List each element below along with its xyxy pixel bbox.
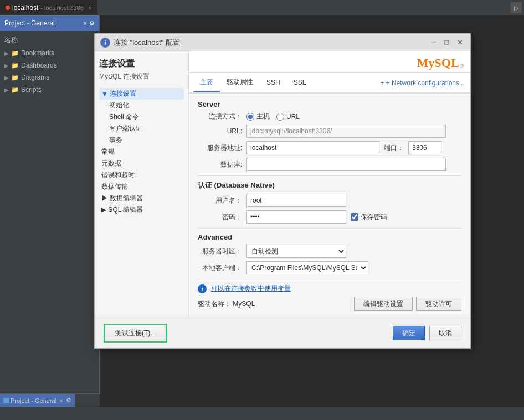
divider-1 <box>198 175 461 176</box>
project-tab-close[interactable]: × <box>59 397 63 404</box>
tab-localhost[interactable]: localhost - localhost:3306 × <box>0 0 97 15</box>
project-general-label: Project - General <box>4 19 55 27</box>
password-label: 密码： <box>198 212 242 222</box>
mysql-logo-sub: ® <box>460 63 464 69</box>
driver-buttons: 编辑驱动设置 驱动许可 <box>354 297 461 311</box>
nav-transaction[interactable]: 事务 <box>99 134 184 146</box>
timezone-row: 服务器时区： 自动检测 <box>198 245 461 258</box>
nav-metadata[interactable]: 元数据 <box>99 158 184 169</box>
nav-data-transfer[interactable]: 数据传输 <box>99 181 184 193</box>
radio-host-input[interactable] <box>246 113 254 121</box>
dashboards-label: Dashboards <box>21 61 57 69</box>
port-input[interactable] <box>408 141 441 154</box>
tab-ssl[interactable]: SSL <box>287 74 313 92</box>
chevron-right-icon-nav1: ▶ <box>101 194 110 202</box>
radio-url-input[interactable] <box>276 113 284 121</box>
database-input[interactable] <box>246 158 446 171</box>
server-addr-input[interactable] <box>246 141 379 154</box>
tool-btn-1[interactable]: ▷ <box>511 2 522 13</box>
tab-subtitle: - localhost:3306 <box>40 4 84 11</box>
footer-buttons: 确定 取消 <box>393 326 461 340</box>
nav-general[interactable]: 常规 <box>99 146 184 158</box>
nav-shell[interactable]: Shell 命令 <box>99 111 184 123</box>
driver-license-button[interactable]: 驱动许可 <box>416 297 461 311</box>
port-label: 端口： <box>384 143 404 153</box>
folder-icon-dashboards: 📁 <box>11 62 19 69</box>
scripts-label: Scripts <box>21 86 42 94</box>
folder-icon-bookmarks: 📁 <box>11 50 19 57</box>
dialog-left-panel: 连接设置 MySQL 连接设置 ▼ 连接设置 初始化 Shell 命令 客户端认… <box>95 51 189 318</box>
divider-2 <box>198 228 461 229</box>
minimize-button[interactable]: ─ <box>428 38 438 48</box>
url-row: URL: <box>198 125 461 138</box>
save-password-checkbox[interactable] <box>351 213 358 221</box>
nav-errors[interactable]: 错误和超时 <box>99 169 184 181</box>
section-subtitle: MySQL 连接设置 <box>99 72 184 81</box>
network-config-button[interactable]: + + Network configurations... <box>375 76 470 90</box>
tab-driver[interactable]: 驱动属性 <box>220 73 260 92</box>
tabs-container: MySQL ® 主要 驱动属性 SSH SSL + + Network conf… <box>189 51 470 93</box>
plus-icon: + <box>381 79 384 87</box>
tab-close-icon[interactable]: × <box>88 5 91 11</box>
project-tab-settings[interactable]: ⚙ <box>66 397 71 404</box>
sidebar-item-dashboards[interactable]: ▶ 📁 Dashboards <box>0 59 99 71</box>
tab-main[interactable]: 主要 <box>193 73 220 92</box>
url-label: URL: <box>198 127 242 135</box>
tab-label: localhost <box>12 4 38 12</box>
connection-mode-row: 连接方式： 主机 URL <box>198 112 461 121</box>
chevron-right-icon-nav2: ▶ <box>101 206 108 214</box>
sidebar-item-diagrams[interactable]: ▶ 📁 Diagrams <box>0 71 99 84</box>
driver-row: 驱动名称： MySQL 编辑驱动设置 驱动许可 <box>198 297 461 311</box>
info-icon: i <box>198 284 207 293</box>
project-tab-label: Project - General <box>11 397 56 404</box>
client-select[interactable]: C:\Program Files\MySQL\MySQL Server 8.0 <box>246 261 368 274</box>
nav-client-auth[interactable]: 客户端认证 <box>99 123 184 134</box>
nav-sql-editor[interactable]: ▶ SQL 编辑器 <box>99 204 184 216</box>
server-section-label: Server <box>198 100 461 108</box>
status-bar <box>0 407 524 420</box>
mysql-logo: MySQL ® <box>189 51 470 73</box>
password-row: 密码： 保存密码 <box>198 210 461 224</box>
close-button[interactable]: ✕ <box>455 38 465 48</box>
variable-link[interactable]: 可以在连接参数中使用变量 <box>211 284 291 293</box>
test-btn-wrapper: 测试连接(T)... <box>104 324 167 343</box>
sidebar-close-icon[interactable]: × <box>84 20 87 27</box>
radio-group: 主机 URL <box>246 112 300 121</box>
ok-button[interactable]: 确定 <box>393 326 425 340</box>
nav-data-editor[interactable]: ▶ 数据编辑器 <box>99 193 184 204</box>
driver-label: 驱动名称： MySQL <box>198 299 255 309</box>
server-addr-label: 服务器地址: <box>198 143 242 153</box>
radio-url[interactable]: URL <box>276 113 300 121</box>
nav-init[interactable]: 初始化 <box>99 100 184 111</box>
sidebar-settings-icon[interactable]: ⚙ <box>89 20 95 27</box>
project-tab-icon <box>3 398 9 403</box>
edit-driver-button[interactable]: 编辑驱动设置 <box>354 297 413 311</box>
connection-dialog: i 连接 "localhost" 配置 ─ □ ✕ 连接设置 MySQL 连接设… <box>94 33 471 349</box>
database-row: 数据库: <box>198 158 461 171</box>
project-tab-bar: Project - General × ⚙ <box>0 393 100 407</box>
sidebar-item-scripts[interactable]: ▶ 📁 Scripts <box>0 84 99 96</box>
maximize-button[interactable]: □ <box>441 38 451 48</box>
divider-3 <box>198 279 461 279</box>
timezone-select[interactable]: 自动检测 <box>246 245 346 258</box>
dialog-icon: i <box>100 38 110 48</box>
database-label: 数据库: <box>198 160 242 169</box>
timezone-label: 服务器时区： <box>198 247 242 256</box>
tab-status-dot <box>6 6 10 10</box>
tab-bar: localhost - localhost:3306 × <box>0 0 524 15</box>
url-input <box>246 125 446 138</box>
chevron-down-icon: ▼ <box>101 90 108 98</box>
section-title: 连接设置 <box>99 58 184 70</box>
password-input[interactable] <box>246 210 346 224</box>
auth-section-label: 认证 (Database Native) <box>198 180 461 190</box>
sidebar-item-bookmarks[interactable]: ▶ 📁 Bookmarks <box>0 47 99 59</box>
test-connection-button[interactable]: 测试连接(T)... <box>106 326 165 340</box>
nav-connection-settings[interactable]: ▼ 连接设置 <box>99 88 184 100</box>
project-general-tab[interactable]: Project - General × ⚙ <box>0 394 75 407</box>
tab-ssh[interactable]: SSH <box>260 74 287 92</box>
mysql-logo-text: MySQL <box>417 56 459 70</box>
save-password-label[interactable]: 保存密码 <box>351 212 387 222</box>
cancel-button[interactable]: 取消 <box>429 326 461 340</box>
radio-host[interactable]: 主机 <box>246 112 270 121</box>
username-input[interactable] <box>246 194 346 207</box>
